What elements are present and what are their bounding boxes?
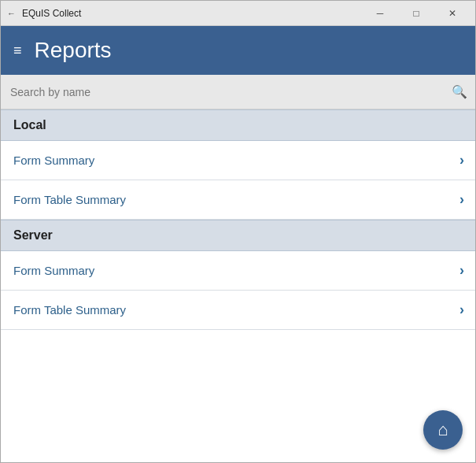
list-item-local-form-table-summary[interactable]: Form Table Summary › <box>1 180 476 220</box>
list-item-label: Form Table Summary <box>13 303 126 317</box>
list-item-server-form-summary[interactable]: Form Summary › <box>1 251 476 291</box>
title-bar: ← EQuIS Collect ─ □ ✕ <box>1 1 476 26</box>
list-item-label: Form Table Summary <box>13 193 126 206</box>
chevron-right-icon: › <box>459 262 464 279</box>
section-header-local: Local <box>1 109 476 141</box>
chevron-right-icon: › <box>459 302 464 318</box>
minimize-button[interactable]: ─ <box>362 1 398 26</box>
home-button[interactable]: ⌂ <box>423 410 463 450</box>
title-bar-left: ← EQuIS Collect <box>7 8 81 19</box>
content-area: Local Form Summary › Form Table Summary … <box>1 109 476 463</box>
search-input[interactable] <box>10 86 452 98</box>
header: ≡ Reports <box>1 26 476 75</box>
search-bar: 🔍 <box>1 75 476 109</box>
chevron-right-icon: › <box>459 152 464 169</box>
back-button[interactable]: ← <box>7 9 16 18</box>
list-item-local-form-summary[interactable]: Form Summary › <box>1 141 476 180</box>
maximize-button[interactable]: □ <box>398 1 434 26</box>
page-title: Reports <box>35 38 112 63</box>
list-item-server-form-table-summary[interactable]: Form Table Summary › <box>1 291 476 330</box>
app-container: ← EQuIS Collect ─ □ ✕ ≡ Reports 🔍 Local … <box>1 1 476 463</box>
title-bar-controls: ─ □ ✕ <box>362 1 470 26</box>
home-icon: ⌂ <box>437 420 448 440</box>
close-button[interactable]: ✕ <box>434 1 470 26</box>
section-header-server: Server <box>1 220 476 251</box>
list-item-label: Form Summary <box>13 154 94 167</box>
search-icon: 🔍 <box>452 84 467 99</box>
chevron-right-icon: › <box>459 191 464 208</box>
app-name: EQuIS Collect <box>22 8 81 19</box>
hamburger-icon[interactable]: ≡ <box>13 43 22 57</box>
list-item-label: Form Summary <box>13 264 94 277</box>
